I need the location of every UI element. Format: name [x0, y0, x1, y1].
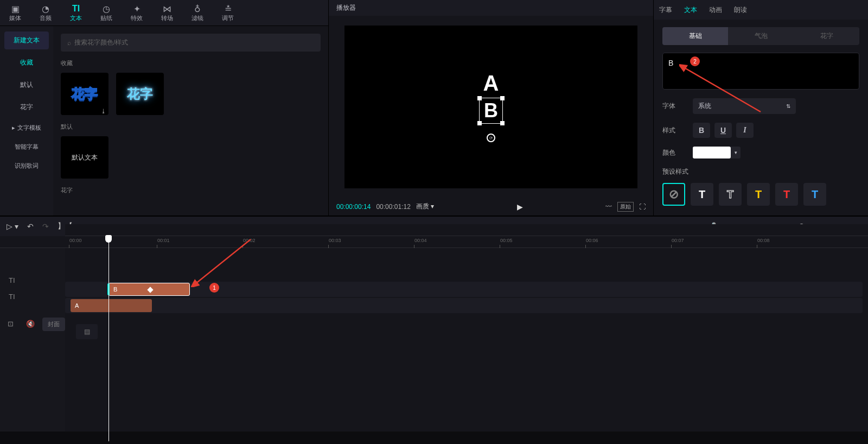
- resize-handle-sw[interactable]: [477, 121, 482, 125]
- cursor-tool[interactable]: ▷ ▾: [7, 222, 18, 231]
- text-icon: TI: [72, 3, 80, 14]
- toolbar-transition[interactable]: ⋈转场: [152, 0, 182, 26]
- preset-5[interactable]: T: [803, 183, 826, 206]
- rotate-handle[interactable]: ⟳: [487, 134, 495, 142]
- player-controls: 00:00:00:14 00:00:01:12 画质 ▾ ▶ 〰 原始 ⛶: [329, 198, 653, 215]
- sidebar-lyrics[interactable]: 识别歌词: [4, 158, 49, 173]
- color-label: 颜色: [662, 148, 684, 157]
- time-duration: 00:00:01:12: [376, 203, 410, 211]
- italic-button[interactable]: I: [736, 123, 754, 138]
- preset-label: 预设样式: [662, 167, 859, 176]
- player-viewport[interactable]: A B ⟳: [329, 16, 653, 198]
- timeline-ruler[interactable]: [65, 224, 868, 236]
- annotation-badge-1: 1: [209, 283, 219, 293]
- scope-icon[interactable]: 〰: [605, 203, 612, 211]
- time-current: 00:00:00:14: [336, 203, 371, 211]
- section-default: 默认: [61, 123, 321, 131]
- section-favorites: 收藏: [61, 59, 321, 67]
- section-flower: 花字: [61, 186, 321, 194]
- clip-a[interactable]: A: [71, 299, 152, 312]
- canvas-text-a[interactable]: A: [483, 71, 499, 96]
- bold-button[interactable]: B: [693, 123, 710, 138]
- effect-icon: ✦: [133, 3, 141, 14]
- tab-text[interactable]: 文本: [684, 5, 697, 15]
- search-placeholder: 搜索花字颜色/样式: [74, 38, 128, 47]
- quality-dropdown[interactable]: 画质 ▾: [416, 202, 434, 211]
- ruler-tick: 00:07: [672, 238, 684, 243]
- thumb-huazi-2[interactable]: 花字: [116, 73, 164, 115]
- media-track-placeholder[interactable]: ▤: [76, 324, 98, 339]
- font-select[interactable]: 系统 ⇅: [693, 98, 796, 114]
- ratio-button[interactable]: 原始: [617, 202, 634, 212]
- resize-handle-nw[interactable]: [477, 96, 482, 100]
- tab-subtitle[interactable]: 字幕: [659, 5, 672, 15]
- thumb-huazi-1[interactable]: 花字⭳: [61, 73, 108, 115]
- color-swatch[interactable]: [693, 147, 731, 158]
- preset-1[interactable]: T: [691, 183, 713, 206]
- ruler-tick: 00:03: [329, 238, 341, 243]
- sidebar-new-text[interactable]: 新建文本: [4, 31, 49, 49]
- text-content-value: B: [668, 59, 673, 67]
- fullscreen-icon[interactable]: ⛶: [639, 203, 646, 211]
- track-text-1[interactable]: B: [65, 282, 863, 297]
- player-title: 播放器: [329, 0, 653, 16]
- toolbar-adjust[interactable]: ≛调节: [213, 0, 243, 26]
- media-icon: ▣: [11, 3, 20, 14]
- ruler-tick: 00:01: [157, 238, 170, 243]
- inspector-subtabs: 基础 气泡 花字: [662, 27, 859, 45]
- ruler-tick: 00:00: [69, 238, 82, 243]
- sticker-icon: ◷: [103, 3, 110, 14]
- toolbar-filter[interactable]: ♁滤镜: [182, 0, 213, 26]
- preset-4[interactable]: T: [775, 183, 798, 206]
- font-value: 系统: [698, 102, 711, 111]
- preset-none[interactable]: ⊘: [662, 183, 685, 206]
- search-input[interactable]: ⌕ 搜索花字颜色/样式: [61, 34, 321, 52]
- toolbar-audio[interactable]: ◔音频: [30, 0, 61, 26]
- underline-button[interactable]: U: [714, 123, 732, 138]
- playhead[interactable]: [108, 235, 109, 441]
- track-text-2[interactable]: A: [65, 298, 863, 313]
- play-button[interactable]: ▶: [517, 202, 523, 211]
- filter-icon: ♁: [194, 3, 201, 14]
- sidebar-favorites[interactable]: 收藏: [4, 54, 49, 72]
- sidebar-default[interactable]: 默认: [4, 76, 49, 94]
- tab-read[interactable]: 朗读: [734, 5, 747, 15]
- toolbar-effect[interactable]: ✦特效: [122, 0, 152, 26]
- color-dropdown[interactable]: ▾: [731, 147, 741, 158]
- sidebar-smart-subtitle[interactable]: 智能字幕: [4, 139, 49, 154]
- player-canvas[interactable]: A B ⟳: [344, 26, 637, 188]
- search-icon: ⌕: [67, 39, 71, 47]
- preset-2[interactable]: T: [719, 183, 742, 206]
- text-content-input[interactable]: B 2: [662, 53, 859, 90]
- redo-button[interactable]: ↷: [42, 222, 49, 231]
- sidebar-flower[interactable]: 花字: [4, 98, 49, 116]
- style-label: 样式: [662, 126, 684, 135]
- preset-3[interactable]: T: [747, 183, 770, 206]
- thumb-default-text[interactable]: 默认文本: [61, 136, 108, 179]
- canvas-text-b-selection[interactable]: B: [479, 98, 503, 124]
- audio-icon: ◔: [42, 3, 49, 14]
- tab-animation[interactable]: 动画: [709, 5, 722, 15]
- keyframe-icon[interactable]: [147, 287, 153, 293]
- clip-b[interactable]: B: [108, 283, 190, 296]
- font-label: 字体: [662, 102, 684, 111]
- toolbar-sticker[interactable]: ◷贴纸: [91, 0, 122, 26]
- toolbar-text[interactable]: TI文本: [61, 0, 91, 26]
- transition-icon: ⋈: [163, 3, 171, 14]
- subtab-basic[interactable]: 基础: [662, 27, 728, 45]
- player-panel: 播放器 A B ⟳ 00:00:00:14 00:00:01:12 画质 ▾ ▶…: [328, 0, 654, 215]
- subtab-flower[interactable]: 花字: [794, 27, 859, 45]
- subtab-bubble[interactable]: 气泡: [728, 27, 794, 45]
- chevron-updown-icon: ⇅: [786, 103, 790, 109]
- download-icon: ⭳: [101, 108, 106, 114]
- text-sidebar: 新建文本 收藏 默认 花字 ▸ 文字模板 智能字幕 识别歌词: [0, 26, 53, 215]
- canvas-text-b: B: [484, 99, 498, 122]
- sidebar-text-template[interactable]: ▸ 文字模板: [4, 120, 49, 135]
- ruler-tick: 00:02: [243, 238, 256, 243]
- annotation-badge-2: 2: [690, 56, 700, 66]
- resize-handle-se[interactable]: [500, 121, 505, 125]
- undo-button[interactable]: ↶: [27, 222, 34, 231]
- resize-handle-ne[interactable]: [500, 96, 505, 100]
- timeline-ruler-area[interactable]: 00:00 00:01 00:02 00:03 00:04 00:05 00:0…: [0, 236, 868, 248]
- toolbar-media[interactable]: ▣媒体: [0, 0, 30, 26]
